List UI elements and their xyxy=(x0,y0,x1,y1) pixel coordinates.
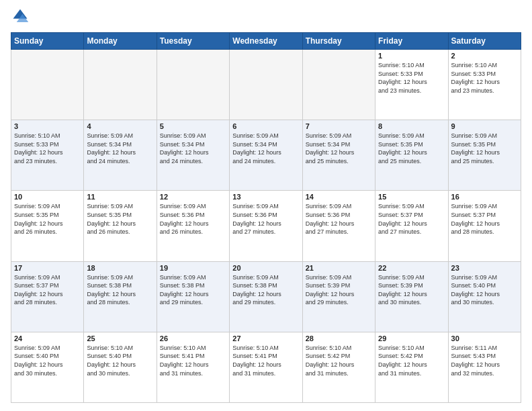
calendar-day-cell: 8Sunrise: 5:09 AM Sunset: 5:35 PM Daylig… xyxy=(375,120,448,191)
day-number: 2 xyxy=(451,52,518,60)
calendar-day-cell: 29Sunrise: 5:10 AM Sunset: 5:42 PM Dayli… xyxy=(375,332,448,402)
day-number: 19 xyxy=(160,264,226,272)
day-number: 14 xyxy=(306,193,372,201)
weekday-header: Friday xyxy=(375,33,448,50)
day-info: Sunrise: 5:09 AM Sunset: 5:37 PM Dayligh… xyxy=(14,273,81,307)
day-number: 22 xyxy=(378,264,445,272)
calendar-day-cell: 28Sunrise: 5:10 AM Sunset: 5:42 PM Dayli… xyxy=(302,332,375,402)
calendar-day-cell: 26Sunrise: 5:10 AM Sunset: 5:41 PM Dayli… xyxy=(157,332,229,402)
day-info: Sunrise: 5:11 AM Sunset: 5:43 PM Dayligh… xyxy=(451,344,518,377)
day-number: 9 xyxy=(451,122,518,130)
calendar-day-cell: 15Sunrise: 5:09 AM Sunset: 5:37 PM Dayli… xyxy=(375,191,448,261)
svg-marker-0 xyxy=(13,9,28,19)
day-info: Sunrise: 5:09 AM Sunset: 5:40 PM Dayligh… xyxy=(451,273,518,307)
day-info: Sunrise: 5:09 AM Sunset: 5:34 PM Dayligh… xyxy=(232,132,299,165)
day-info: Sunrise: 5:09 AM Sunset: 5:36 PM Dayligh… xyxy=(232,202,299,236)
day-number: 1 xyxy=(378,52,445,60)
calendar-day-cell: 22Sunrise: 5:09 AM Sunset: 5:39 PM Dayli… xyxy=(375,261,448,332)
day-info: Sunrise: 5:10 AM Sunset: 5:41 PM Dayligh… xyxy=(232,344,299,377)
weekday-header: Saturday xyxy=(448,33,521,50)
calendar-week-row: 1Sunrise: 5:10 AM Sunset: 5:33 PM Daylig… xyxy=(11,50,521,120)
calendar-day-cell: 20Sunrise: 5:09 AM Sunset: 5:38 PM Dayli… xyxy=(230,261,302,332)
calendar-day-cell: 9Sunrise: 5:09 AM Sunset: 5:35 PM Daylig… xyxy=(448,120,521,191)
day-info: Sunrise: 5:09 AM Sunset: 5:39 PM Dayligh… xyxy=(378,273,445,307)
day-info: Sunrise: 5:10 AM Sunset: 5:33 PM Dayligh… xyxy=(14,132,81,165)
day-number: 28 xyxy=(306,334,372,342)
calendar-day-cell: 23Sunrise: 5:09 AM Sunset: 5:40 PM Dayli… xyxy=(448,261,521,332)
day-number: 21 xyxy=(306,264,372,272)
calendar-day-cell: 1Sunrise: 5:10 AM Sunset: 5:33 PM Daylig… xyxy=(375,50,448,120)
calendar-day-cell xyxy=(157,50,229,120)
day-info: Sunrise: 5:09 AM Sunset: 5:35 PM Dayligh… xyxy=(378,132,445,165)
day-number: 26 xyxy=(160,334,226,342)
page: SundayMondayTuesdayWednesdayThursdayFrid… xyxy=(0,0,532,411)
day-number: 27 xyxy=(232,334,299,342)
calendar-day-cell: 25Sunrise: 5:10 AM Sunset: 5:40 PM Dayli… xyxy=(84,332,157,402)
calendar-table: SundayMondayTuesdayWednesdayThursdayFrid… xyxy=(11,32,521,403)
calendar-day-cell xyxy=(302,50,375,120)
day-number: 10 xyxy=(14,193,81,201)
calendar-day-cell: 17Sunrise: 5:09 AM Sunset: 5:37 PM Dayli… xyxy=(11,261,84,332)
calendar-day-cell: 11Sunrise: 5:09 AM Sunset: 5:35 PM Dayli… xyxy=(84,191,157,261)
day-number: 24 xyxy=(14,334,81,342)
calendar-day-cell: 18Sunrise: 5:09 AM Sunset: 5:38 PM Dayli… xyxy=(84,261,157,332)
calendar-day-cell: 13Sunrise: 5:09 AM Sunset: 5:36 PM Dayli… xyxy=(230,191,302,261)
day-info: Sunrise: 5:09 AM Sunset: 5:35 PM Dayligh… xyxy=(87,202,153,236)
calendar-day-cell: 3Sunrise: 5:10 AM Sunset: 5:33 PM Daylig… xyxy=(11,120,84,191)
day-number: 20 xyxy=(232,264,299,272)
logo xyxy=(11,8,32,27)
calendar-day-cell xyxy=(11,50,84,120)
calendar-day-cell: 12Sunrise: 5:09 AM Sunset: 5:36 PM Dayli… xyxy=(157,191,229,261)
header xyxy=(11,8,521,27)
calendar-week-row: 24Sunrise: 5:09 AM Sunset: 5:40 PM Dayli… xyxy=(11,332,521,402)
day-info: Sunrise: 5:10 AM Sunset: 5:40 PM Dayligh… xyxy=(87,344,153,377)
calendar-day-cell: 21Sunrise: 5:09 AM Sunset: 5:39 PM Dayli… xyxy=(302,261,375,332)
day-info: Sunrise: 5:09 AM Sunset: 5:36 PM Dayligh… xyxy=(160,202,226,236)
day-number: 13 xyxy=(232,193,299,201)
day-info: Sunrise: 5:09 AM Sunset: 5:37 PM Dayligh… xyxy=(451,202,518,236)
day-info: Sunrise: 5:09 AM Sunset: 5:38 PM Dayligh… xyxy=(87,273,153,307)
calendar-day-cell: 30Sunrise: 5:11 AM Sunset: 5:43 PM Dayli… xyxy=(448,332,521,402)
day-info: Sunrise: 5:09 AM Sunset: 5:39 PM Dayligh… xyxy=(306,273,372,307)
day-info: Sunrise: 5:09 AM Sunset: 5:34 PM Dayligh… xyxy=(87,132,153,165)
day-number: 6 xyxy=(232,122,299,130)
calendar-day-cell: 24Sunrise: 5:09 AM Sunset: 5:40 PM Dayli… xyxy=(11,332,84,402)
day-info: Sunrise: 5:09 AM Sunset: 5:34 PM Dayligh… xyxy=(306,132,372,165)
calendar-day-cell: 16Sunrise: 5:09 AM Sunset: 5:37 PM Dayli… xyxy=(448,191,521,261)
day-info: Sunrise: 5:10 AM Sunset: 5:41 PM Dayligh… xyxy=(160,344,226,377)
day-number: 5 xyxy=(160,122,226,130)
day-info: Sunrise: 5:09 AM Sunset: 5:37 PM Dayligh… xyxy=(378,202,445,236)
day-number: 29 xyxy=(378,334,445,342)
calendar-week-row: 17Sunrise: 5:09 AM Sunset: 5:37 PM Dayli… xyxy=(11,261,521,332)
calendar-week-row: 10Sunrise: 5:09 AM Sunset: 5:35 PM Dayli… xyxy=(11,191,521,261)
day-number: 16 xyxy=(451,193,518,201)
day-number: 12 xyxy=(160,193,226,201)
calendar-day-cell: 10Sunrise: 5:09 AM Sunset: 5:35 PM Dayli… xyxy=(11,191,84,261)
day-number: 30 xyxy=(451,334,518,342)
calendar-day-cell: 6Sunrise: 5:09 AM Sunset: 5:34 PM Daylig… xyxy=(230,120,302,191)
calendar-day-cell: 27Sunrise: 5:10 AM Sunset: 5:41 PM Dayli… xyxy=(230,332,302,402)
calendar-day-cell: 4Sunrise: 5:09 AM Sunset: 5:34 PM Daylig… xyxy=(84,120,157,191)
day-info: Sunrise: 5:10 AM Sunset: 5:42 PM Dayligh… xyxy=(378,344,445,377)
day-info: Sunrise: 5:09 AM Sunset: 5:38 PM Dayligh… xyxy=(160,273,226,307)
day-number: 15 xyxy=(378,193,445,201)
calendar-header-row: SundayMondayTuesdayWednesdayThursdayFrid… xyxy=(11,33,521,50)
calendar-day-cell: 14Sunrise: 5:09 AM Sunset: 5:36 PM Dayli… xyxy=(302,191,375,261)
logo-icon xyxy=(11,8,30,27)
day-number: 7 xyxy=(306,122,372,130)
calendar-day-cell xyxy=(84,50,157,120)
calendar-day-cell: 19Sunrise: 5:09 AM Sunset: 5:38 PM Dayli… xyxy=(157,261,229,332)
day-number: 11 xyxy=(87,193,153,201)
day-number: 17 xyxy=(14,264,81,272)
day-info: Sunrise: 5:10 AM Sunset: 5:33 PM Dayligh… xyxy=(378,61,445,95)
day-info: Sunrise: 5:09 AM Sunset: 5:36 PM Dayligh… xyxy=(306,202,372,236)
day-info: Sunrise: 5:09 AM Sunset: 5:35 PM Dayligh… xyxy=(14,202,81,236)
day-number: 23 xyxy=(451,264,518,272)
day-info: Sunrise: 5:09 AM Sunset: 5:38 PM Dayligh… xyxy=(232,273,299,307)
day-number: 18 xyxy=(87,264,153,272)
calendar-day-cell: 5Sunrise: 5:09 AM Sunset: 5:34 PM Daylig… xyxy=(157,120,229,191)
day-number: 8 xyxy=(378,122,445,130)
day-info: Sunrise: 5:09 AM Sunset: 5:40 PM Dayligh… xyxy=(14,344,81,377)
day-info: Sunrise: 5:09 AM Sunset: 5:35 PM Dayligh… xyxy=(451,132,518,165)
weekday-header: Tuesday xyxy=(157,33,229,50)
